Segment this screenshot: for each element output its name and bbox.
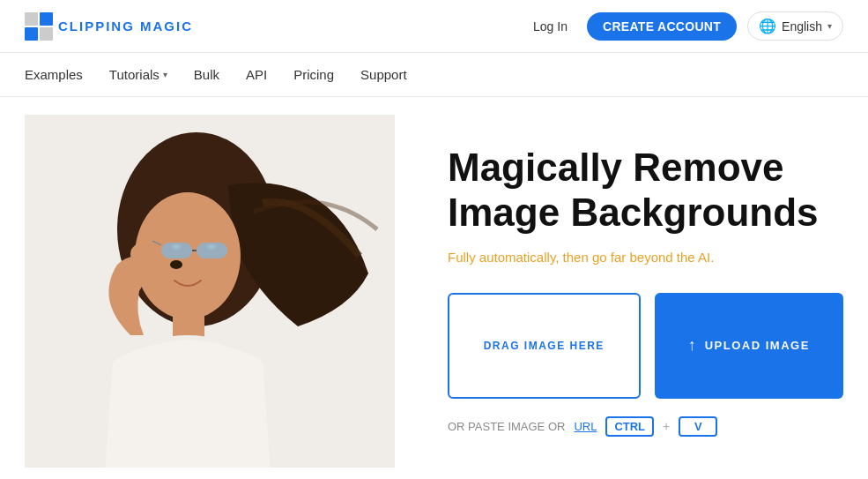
language-selector[interactable]: 🌐 English ▾ — [747, 11, 843, 41]
nav-examples[interactable]: Examples — [25, 67, 83, 82]
hero-title: Magically Remove Image Backgrounds — [448, 146, 843, 235]
drag-drop-zone[interactable]: DRAG IMAGE HERE — [448, 293, 641, 399]
globe-icon: 🌐 — [759, 18, 776, 34]
svg-point-12 — [207, 244, 216, 250]
upload-label: UPLOAD IMAGE — [705, 339, 810, 352]
logo-icon — [25, 12, 53, 41]
navbar-actions: Log In CREATE ACCOUNT 🌐 English ▾ — [524, 11, 843, 41]
navbar: CLIPPING MAGIC Log In CREATE ACCOUNT 🌐 E… — [0, 0, 868, 53]
upload-row: DRAG IMAGE HERE ↑ UPLOAD IMAGE — [448, 293, 843, 399]
hero-title-line2: Image Backgrounds — [448, 191, 819, 234]
ctrl-key: CTRL — [605, 416, 654, 437]
svg-point-5 — [130, 242, 162, 266]
hero-photo-svg — [25, 115, 395, 468]
language-label: English — [782, 19, 822, 34]
nav-menu: Examples Tutorials ▾ Bulk API Pricing Su… — [0, 53, 868, 97]
chevron-down-icon: ▾ — [163, 70, 167, 79]
login-button[interactable]: Log In — [524, 14, 576, 39]
nav-api[interactable]: API — [246, 67, 267, 82]
hero-image — [25, 115, 395, 468]
url-link[interactable]: URL — [574, 420, 597, 433]
hero-subtitle: Fully automatically, then go far beyond … — [448, 250, 843, 265]
nav-tutorials-label: Tutorials — [109, 67, 160, 82]
chevron-down-icon: ▾ — [827, 21, 832, 31]
hero-section: Magically Remove Image Backgrounds Fully… — [0, 97, 868, 479]
nav-tutorials[interactable]: Tutorials ▾ — [109, 67, 167, 82]
logo-area: CLIPPING MAGIC — [25, 12, 193, 41]
svg-point-10 — [170, 260, 182, 269]
drag-label: DRAG IMAGE HERE — [484, 340, 605, 352]
nav-pricing[interactable]: Pricing — [293, 67, 334, 82]
brand-name: CLIPPING MAGIC — [58, 19, 193, 34]
hero-title-line1: Magically Remove — [448, 146, 784, 189]
nav-support[interactable]: Support — [360, 67, 407, 82]
paste-row: OR PASTE IMAGE OR URL CTRL + V — [448, 416, 843, 437]
plus-sign: + — [663, 419, 670, 433]
brand-name-part1: CLIPPING — [58, 19, 135, 34]
paste-prefix: OR PASTE IMAGE OR — [448, 420, 565, 433]
upload-button[interactable]: ↑ UPLOAD IMAGE — [655, 293, 844, 399]
brand-name-part2: MAGIC — [140, 19, 193, 34]
hero-content: Magically Remove Image Backgrounds Fully… — [395, 146, 843, 436]
nav-bulk[interactable]: Bulk — [194, 67, 219, 82]
create-account-button[interactable]: CREATE ACCOUNT — [587, 12, 737, 41]
upload-icon: ↑ — [688, 336, 696, 355]
v-key: V — [679, 416, 717, 437]
svg-point-11 — [172, 244, 181, 250]
hero-subtitle-text: Fully automatically, then go far beyond … — [448, 250, 714, 265]
